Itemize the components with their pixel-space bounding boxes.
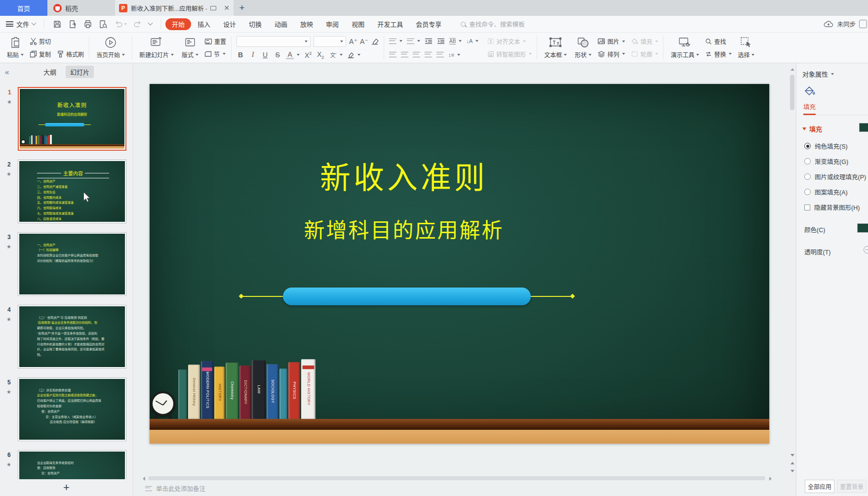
menu-item-放映[interactable]: 放映 [294,18,319,30]
align-left-icon[interactable] [389,52,396,57]
collapse-sidebar-button[interactable]: « [5,68,17,76]
collapse-toolbar-icon[interactable] [148,21,153,26]
new-tab-button[interactable]: + [234,0,250,16]
add-slide-button[interactable]: + [0,479,133,496]
font-color-button[interactable]: A [286,51,300,59]
font-size-combo[interactable] [314,36,346,47]
animation-star-icon[interactable]: ★ [6,316,11,323]
panel-title-row[interactable]: 对象属性 [796,63,868,79]
line-spacing-button[interactable]: ↕≡ [448,52,460,58]
increase-indent-button[interactable] [437,38,445,44]
account-icon[interactable] [859,20,867,28]
decrease-font-button[interactable]: A⁻ [360,38,368,45]
tab-home[interactable]: 首页 [0,0,47,16]
fill-option-radio[interactable]: 纯色填充(S) [804,141,868,151]
hscroll-left-arrow[interactable] [143,477,145,481]
fill-option-radio[interactable]: 图片或纹理填充(P) [804,172,868,181]
smart-graphic-button[interactable]: 转智能图形 [487,50,532,58]
font-family-combo[interactable] [237,36,311,47]
slide-subtitle[interactable]: 新增科目的应用解析 [150,213,658,244]
align-right-icon[interactable] [413,52,420,57]
increase-font-button[interactable]: A⁺ [349,38,357,45]
new-slide-button[interactable]: 新建幻灯片 [137,34,176,61]
vscroll-thumb[interactable] [790,75,794,110]
menu-item-插入[interactable]: 插入 [191,18,217,30]
select-button[interactable]: 选择 [736,34,756,61]
close-tab-icon[interactable]: ✕ [224,4,230,11]
tab-docer[interactable]: 稻壳 [47,0,100,16]
animation-star-icon[interactable]: ★ [6,171,11,177]
text-direction-button[interactable]: AB [449,38,462,44]
strikethrough-button[interactable]: S [274,51,281,59]
redo-icon[interactable] [133,20,142,28]
fill-button[interactable]: 填充 [631,37,658,45]
cut-button[interactable]: 剪切 [30,37,51,45]
italic-button[interactable]: I [249,51,257,59]
menu-item-开始[interactable]: 开始 [165,18,191,30]
align-center-icon[interactable] [401,52,408,57]
slide-thumbnail-4[interactable]: 4★（二）“合同资产”与“应收账款”的区别“应收账款”是企业无条件收取对价的权利… [18,305,126,369]
copy-button[interactable]: 复制 [30,50,51,58]
menu-item-审阅[interactable]: 审阅 [319,18,345,30]
justify-icon[interactable] [425,52,432,57]
animation-star-icon[interactable]: ★ [6,244,11,250]
slide-thumbnail-1[interactable]: 1★新收入准则新增科目的应用解析 [18,87,126,151]
format-painter-button[interactable]: 格式刷 [57,50,84,58]
superscript-button[interactable]: X2 [304,51,312,59]
reset-background-button[interactable]: 重置背景 [837,480,867,493]
fill-option-radio[interactable]: 图案填充(A) [804,187,868,197]
play-from-page-button[interactable]: 当页开始 [94,34,127,61]
arrange-button[interactable]: 排列 [597,50,625,58]
bullet-list-button[interactable] [389,39,402,44]
vscroll-down-arrow[interactable] [790,454,794,456]
numbered-list-button[interactable] [407,39,420,44]
animation-star-icon[interactable]: ★ [6,461,11,468]
paste-button[interactable]: 粘贴 [5,34,26,61]
slide-thumbnail-2[interactable]: 2★主要内容一、合同资产二、合同资产减值准备三、合同负债四、合同履约成本五、合同… [18,160,126,223]
next-slide-button[interactable] [790,470,794,472]
command-search[interactable]: 查找命令、搜索模板 [461,19,525,29]
layout-button[interactable]: 版式 [180,34,200,61]
underline-button[interactable]: U [261,51,269,59]
phonetic-guide-button[interactable]: 文̄ [329,51,343,59]
slide-title[interactable]: 新收入准则 [150,153,658,198]
cloud-sync-icon[interactable] [824,20,833,28]
vscroll-up-arrow[interactable] [790,68,794,71]
textbox-button[interactable]: 文本框 [542,34,569,61]
undo-button[interactable] [114,20,127,28]
hide-background-checkbox[interactable]: 隐藏背景图形(H) [804,203,868,212]
fill-section-header[interactable]: 填充 [796,115,868,133]
decrease-indent-button[interactable] [425,38,433,44]
horizontal-scrollbar[interactable] [148,476,765,480]
fill-option-radio[interactable]: 渐变填充(G) [804,157,868,166]
replace-button[interactable]: 替换 [705,50,732,58]
current-fill-swatch[interactable] [859,123,868,132]
shapes-button[interactable]: 形状 [573,34,593,61]
subscript-button[interactable]: X2 [316,50,324,60]
clear-format-icon[interactable] [371,38,379,45]
menu-item-开发工具[interactable]: 开发工具 [371,18,409,30]
menu-item-设计[interactable]: 设计 [217,18,242,30]
animation-star-icon[interactable]: ★ [6,389,11,395]
save-icon[interactable] [53,20,62,29]
menu-item-会员专享[interactable]: 会员专享 [409,18,448,30]
highlight-button[interactable] [347,52,360,58]
export-icon[interactable] [68,20,77,29]
distribute-icon[interactable] [436,52,444,57]
fill-bucket-icon[interactable] [803,85,816,98]
notes-bar[interactable]: 单击此处添加备注 [145,484,205,493]
file-menu-button[interactable]: 文件 [6,19,36,29]
menu-item-切换[interactable]: 切换 [242,18,268,30]
slide-canvas[interactable]: 新收入准则 新增科目的应用解析 General HistoryMODERN PO… [150,84,769,444]
bold-button[interactable]: B [237,51,244,59]
pill-shape[interactable] [283,288,531,305]
find-button[interactable]: 查找 [705,37,732,45]
apply-all-button[interactable]: 全部应用 [805,480,834,493]
present-tools-button[interactable]: 演示工具 [669,34,701,61]
outline-button[interactable]: 轮廓 [631,50,658,58]
vertical-scrollbar[interactable] [789,68,795,110]
tab-slides[interactable]: 幻灯片 [66,66,94,78]
picture-button[interactable]: 图片 [597,37,625,45]
window-mode-icon[interactable] [210,6,216,10]
vertical-text-button[interactable]: ↓A [466,38,478,44]
